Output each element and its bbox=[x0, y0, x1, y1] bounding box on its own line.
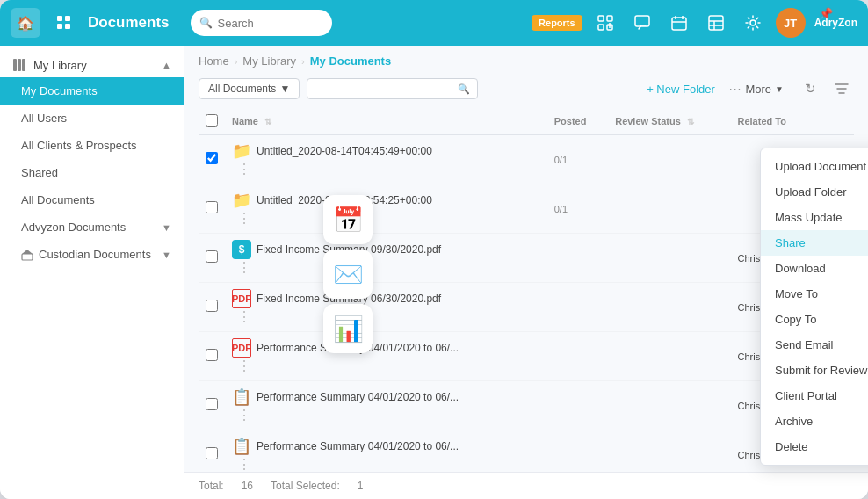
sidebar-item-all-users[interactable]: All Users bbox=[0, 105, 184, 132]
dropdown-label: All Documents bbox=[208, 83, 276, 95]
breadcrumb-home[interactable]: Home bbox=[199, 54, 229, 68]
dropdown-item[interactable]: Upload Document bbox=[761, 154, 868, 179]
file-name-cell: PDF Performance Summary 04/01/2020 to 06… bbox=[232, 338, 540, 358]
file-name-cell: 📁 Untitled_2020-08-14T03:54:25+00:00 bbox=[232, 191, 540, 210]
sidebar-item-my-documents[interactable]: My Documents bbox=[0, 77, 184, 105]
dollar-icon: $ bbox=[232, 240, 251, 259]
settings-button[interactable] bbox=[739, 9, 767, 37]
dropdown-item[interactable]: Submit for Review bbox=[761, 358, 868, 383]
row-checkbox-1[interactable] bbox=[206, 201, 218, 213]
perf-icon: 📋 bbox=[232, 387, 251, 407]
sidebar-item-label: All Documents bbox=[21, 193, 95, 206]
col-review: Review Status ⇅ bbox=[608, 108, 730, 135]
breadcrumb-my-library[interactable]: My Library bbox=[242, 54, 296, 68]
pdf-icon: PDF bbox=[232, 338, 251, 358]
more-dropdown-menu: Upload DocumentUpload FolderMass UpdateS… bbox=[760, 148, 868, 466]
row-checkbox-5[interactable] bbox=[206, 398, 218, 410]
more-label: More bbox=[745, 83, 771, 96]
calendar-icon bbox=[671, 15, 687, 31]
calendar-emoji: 📅 bbox=[333, 206, 364, 235]
file-name-cell: 📋 Performance Summary 04/01/2020 to 06/.… bbox=[232, 387, 540, 407]
folder-icon: 📁 bbox=[232, 191, 251, 210]
grid-button[interactable] bbox=[49, 8, 79, 38]
table-search-bar[interactable]: 🔍 bbox=[307, 78, 477, 99]
sidebar-item-all-clients-prospects[interactable]: All Clients & Prospects bbox=[0, 132, 184, 159]
dropdown-item[interactable]: Archive› bbox=[761, 409, 868, 434]
dropdown-item[interactable]: Copy To bbox=[761, 307, 868, 332]
file-name: Performance Summary 04/01/2020 to 06/... bbox=[257, 440, 459, 452]
table-row: PDF Fixed Income Summary 06/30/2020.pdf … bbox=[199, 283, 854, 332]
table-button[interactable] bbox=[702, 9, 730, 37]
row-menu-button[interactable]: ⋮ bbox=[232, 357, 257, 375]
search-icon: 🔍 bbox=[199, 17, 213, 29]
breadcrumb-sep1: › bbox=[235, 56, 238, 67]
more-chevron: ▼ bbox=[775, 84, 784, 94]
svg-rect-11 bbox=[672, 18, 686, 30]
all-documents-dropdown[interactable]: All Documents ▼ bbox=[199, 78, 300, 99]
more-dots-icon: ··· bbox=[729, 82, 742, 96]
file-name: Performance Summary 04/01/2020 to 06/... bbox=[257, 391, 459, 403]
dropdown-item[interactable]: Upload Folder bbox=[761, 179, 868, 205]
search-bar[interactable]: 🔍 bbox=[191, 10, 332, 36]
svg-rect-21 bbox=[18, 59, 21, 71]
row-menu-button[interactable]: ⋮ bbox=[232, 160, 257, 178]
dropdown-item[interactable]: Send Email bbox=[761, 332, 868, 358]
sidebar-item-shared[interactable]: Shared bbox=[0, 159, 184, 186]
file-name: Untitled_2020-08-14T04:45:49+00:00 bbox=[257, 145, 432, 157]
row-checkbox-2[interactable] bbox=[206, 250, 218, 263]
breadcrumb-my-documents[interactable]: My Documents bbox=[310, 54, 391, 68]
svg-rect-15 bbox=[709, 16, 723, 30]
filter-icon bbox=[835, 82, 849, 96]
row-menu-button[interactable]: ⋮ bbox=[232, 258, 257, 277]
sidebar-item-advyzon-documents[interactable]: Advyzon Documents ▼ bbox=[0, 213, 184, 241]
sort-icon: ⇅ bbox=[264, 117, 271, 127]
calendar-button[interactable] bbox=[665, 9, 693, 37]
sidebar-item-label: All Clients & Prospects bbox=[21, 139, 137, 152]
dropdown-chevron: ▼ bbox=[279, 83, 290, 95]
file-name-cell: 📋 Performance Summary 04/01/2020 to 06/.… bbox=[232, 437, 540, 456]
pdf-icon: PDF bbox=[232, 289, 251, 308]
refresh-button[interactable]: ↻ bbox=[798, 76, 822, 101]
row-menu-button[interactable]: ⋮ bbox=[232, 307, 257, 326]
calendar-float-icon: 📅 bbox=[323, 195, 373, 244]
add-widget-button[interactable] bbox=[591, 9, 619, 37]
sidebar-my-library-header[interactable]: My Library ▲ bbox=[0, 53, 184, 77]
total-selected-label: Total Selected: bbox=[271, 480, 340, 492]
home-button[interactable]: 🏠 bbox=[11, 8, 40, 38]
row-checkbox-6[interactable] bbox=[206, 447, 218, 459]
file-name-cell: 📁 Untitled_2020-08-14T04:45:49+00:00 bbox=[232, 141, 540, 161]
chat-button[interactable] bbox=[628, 9, 656, 37]
row-checkbox-4[interactable] bbox=[206, 349, 218, 361]
user-avatar[interactable]: JT bbox=[776, 8, 806, 38]
dropdown-item[interactable]: Mass Update bbox=[761, 205, 868, 230]
filter-button[interactable] bbox=[829, 76, 854, 101]
sidebar-item-label: Shared bbox=[21, 166, 58, 179]
new-folder-button[interactable]: + New Folder bbox=[647, 83, 715, 96]
row-menu-button[interactable]: ⋮ bbox=[232, 455, 257, 472]
dropdown-item[interactable]: Move To bbox=[761, 281, 868, 307]
reports-badge[interactable]: Reports bbox=[532, 15, 582, 31]
more-button[interactable]: ··· More ▼ bbox=[722, 78, 791, 99]
dropdown-item[interactable]: Delete bbox=[761, 434, 868, 459]
svg-rect-10 bbox=[635, 16, 649, 26]
total-value: 16 bbox=[242, 480, 253, 492]
svg-rect-5 bbox=[607, 16, 612, 21]
sidebar-item-all-documents[interactable]: All Documents bbox=[0, 186, 184, 213]
dropdown-item[interactable]: Client Portal› bbox=[761, 383, 868, 409]
row-menu-button[interactable]: ⋮ bbox=[232, 406, 257, 424]
email-emoji: ✉️ bbox=[333, 260, 364, 289]
table-row: $ Fixed Income Summary 09/30/2020.pdf ⋮ … bbox=[199, 234, 854, 283]
sidebar-item-custodian-documents[interactable]: Custodian Documents ▼ bbox=[0, 241, 184, 268]
dropdown-item[interactable]: Download bbox=[761, 256, 868, 281]
chart-emoji: 📊 bbox=[333, 315, 364, 344]
table-search-input[interactable] bbox=[315, 83, 457, 95]
total-label: Total: bbox=[199, 480, 224, 492]
row-checkbox-0[interactable] bbox=[206, 152, 218, 164]
row-checkbox-3[interactable] bbox=[206, 300, 218, 312]
chat-icon bbox=[634, 15, 650, 31]
select-all-checkbox[interactable] bbox=[206, 114, 218, 127]
dropdown-item[interactable]: Share bbox=[761, 230, 868, 256]
search-input[interactable] bbox=[218, 17, 323, 30]
sidebar-chevron[interactable]: ▲ bbox=[162, 60, 171, 70]
row-menu-button[interactable]: ⋮ bbox=[232, 209, 257, 228]
